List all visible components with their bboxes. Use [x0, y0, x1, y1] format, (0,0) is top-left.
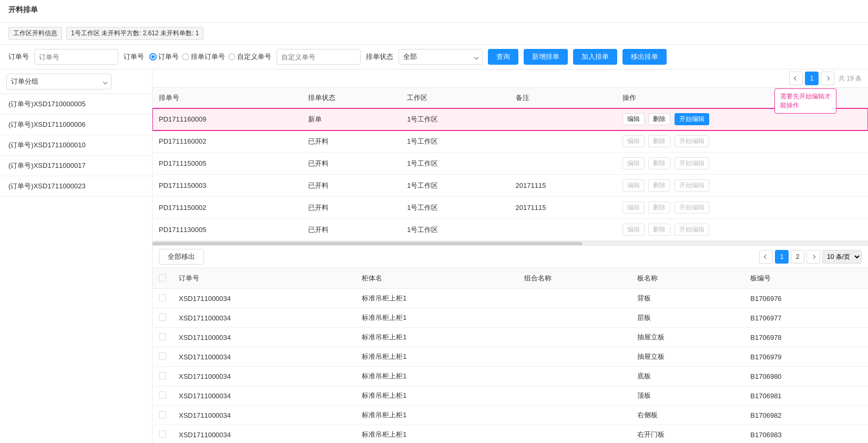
- start-edit-button-0[interactable]: 开始编辑: [675, 113, 709, 125]
- table-row: PD1711150005 已开料 1号工作区 编辑 删除 开始编辑: [152, 153, 868, 175]
- next-page-queue[interactable]: [806, 250, 820, 264]
- cell-order-no: PD1711150003: [152, 175, 302, 197]
- order-group-select[interactable]: 订单分组: [6, 74, 111, 89]
- cell-group: [518, 328, 631, 347]
- cell-group: [518, 308, 631, 328]
- scrollbar-hint[interactable]: [152, 241, 868, 245]
- edit-button-0[interactable]: 编辑: [622, 113, 645, 125]
- delete-button-0[interactable]: 删除: [648, 113, 670, 125]
- col-order-no: 排单号: [152, 88, 302, 108]
- col-group: 组合名称: [518, 268, 631, 289]
- remove-from-queue-button[interactable]: 移出排单: [622, 49, 667, 65]
- cell-group: [518, 289, 631, 308]
- col-board-no: 板编号: [744, 268, 868, 289]
- right-panel: 1 共 19 条 排单号 排单状态 工作区 备注 操作: [152, 69, 868, 443]
- cell-workspace: 1号工作区: [401, 130, 509, 153]
- next-page-btn-top[interactable]: [821, 72, 834, 85]
- order-group-label: 订单分组: [11, 77, 38, 86]
- row-checkbox[interactable]: [159, 314, 166, 321]
- page-size-select-queue[interactable]: 10 条/页 20 条/页 50 条/页: [822, 250, 862, 264]
- table-row: PD1711160002 已开料 1号工作区 编辑 删除 开始编辑: [152, 130, 868, 153]
- delete-button-4[interactable]: 删除: [648, 202, 670, 214]
- delete-button-5[interactable]: 删除: [648, 224, 670, 236]
- cell-group: [518, 425, 631, 444]
- delete-button-3[interactable]: 删除: [648, 179, 670, 192]
- custom-order-input[interactable]: [277, 49, 361, 65]
- cell-status: 已开料: [302, 197, 401, 219]
- row-checkbox[interactable]: [159, 353, 166, 360]
- page-wrapper: 开料排单 工作区开料信息 1号工作区 未开料平方数: 2.612 未开料单数: …: [0, 0, 868, 443]
- row-checkbox[interactable]: [159, 333, 166, 340]
- chevron-down-icon-group: [100, 78, 107, 86]
- table-row: PD1711130005 已开料 1号工作区 编辑 删除 开始编辑: [152, 219, 868, 241]
- board-table: 订单号 柜体名 组合名称 板名称 板编号 XSD1711000034 标准吊柜上…: [152, 268, 868, 443]
- row-checkbox[interactable]: [159, 372, 166, 379]
- radio-order-no[interactable]: 订单号: [149, 52, 179, 62]
- table-row: XSD1711000034 标准吊柜上柜1 抽屉立板 B1706978: [152, 328, 868, 347]
- cell-action: 编辑 删除 开始编辑: [616, 108, 868, 130]
- edit-button-2[interactable]: 编辑: [622, 157, 645, 169]
- cell-order-no: PD1711160009: [152, 108, 302, 130]
- cell-order: XSD1711000034: [172, 328, 355, 347]
- cell-order-no: PD1711130005: [152, 219, 302, 241]
- cell-order-no: PD1711150005: [152, 153, 302, 175]
- order-no-label: 订单号: [8, 52, 29, 62]
- prev-page-btn-top[interactable]: [789, 72, 803, 85]
- edit-button-3[interactable]: 编辑: [622, 179, 645, 192]
- left-panel-header: 订单分组: [0, 69, 152, 94]
- row-checkbox[interactable]: [159, 391, 166, 399]
- table-row: PD1711160009 新单 1号工作区 编辑 删除 开始编辑: [152, 108, 868, 130]
- order-no-input[interactable]: [34, 49, 118, 65]
- list-item[interactable]: (订单号)XSD1711000006: [0, 115, 152, 135]
- delete-button-1[interactable]: 删除: [648, 135, 670, 147]
- info-badge-workspace: 工作区开料信息: [8, 27, 62, 40]
- table-row: XSD1711000034 标准吊柜上柜1 底板 B1706980: [152, 367, 868, 386]
- all-remove-btn[interactable]: 全部移出: [159, 249, 204, 265]
- start-edit-button-4[interactable]: 开始编辑: [675, 202, 709, 214]
- radio-queue-order-no[interactable]: 排单订单号: [182, 52, 225, 62]
- radio-circle-queue: [182, 53, 189, 61]
- start-edit-button-2[interactable]: 开始编辑: [675, 157, 709, 169]
- status-select[interactable]: 全部: [399, 49, 483, 65]
- cell-remark: [509, 219, 616, 241]
- start-edit-button-5[interactable]: 开始编辑: [675, 224, 709, 236]
- total-info: 共 19 条: [839, 74, 862, 83]
- cell-cabinet: 标准吊柜上柜1: [355, 406, 518, 425]
- add-to-queue-button[interactable]: 加入排单: [573, 49, 617, 65]
- list-item[interactable]: (订单号)XSD1710000005: [0, 94, 152, 115]
- cell-cabinet: 标准吊柜上柜1: [355, 386, 518, 406]
- query-button[interactable]: 查询: [488, 49, 518, 65]
- list-item[interactable]: (订单号)XSD1711000010: [0, 135, 152, 156]
- edit-button-1[interactable]: 编辑: [622, 135, 645, 147]
- cell-cabinet: 标准吊柜上柜1: [355, 289, 518, 308]
- cell-order: XSD1711000034: [172, 386, 355, 406]
- delete-button-2[interactable]: 删除: [648, 157, 670, 169]
- page-1-queue[interactable]: 1: [775, 250, 789, 264]
- row-checkbox[interactable]: [159, 294, 166, 301]
- list-item[interactable]: (订单号)XSD1711000017: [0, 156, 152, 176]
- page-2-queue[interactable]: 2: [791, 250, 804, 264]
- radio-circle-order-no: [149, 53, 157, 61]
- cell-board-no: B1706976: [744, 289, 868, 308]
- row-checkbox[interactable]: [159, 430, 166, 438]
- cell-order-no: PD1711160002: [152, 130, 302, 153]
- select-all-checkbox[interactable]: [159, 274, 166, 281]
- cell-board-no: B1706983: [744, 425, 868, 444]
- cell-status: 已开料: [302, 219, 401, 241]
- cell-board-name: 顶板: [631, 386, 744, 406]
- start-edit-button-1[interactable]: 开始编辑: [675, 135, 709, 147]
- radio-custom-order-no[interactable]: 自定义单号: [228, 52, 271, 62]
- edit-button-4[interactable]: 编辑: [622, 202, 645, 214]
- cell-board-no: B1706980: [744, 367, 868, 386]
- cell-board-name: 底板: [631, 367, 744, 386]
- prev-page-queue[interactable]: [759, 250, 773, 264]
- page-1-btn-top[interactable]: 1: [805, 72, 819, 85]
- edit-button-5[interactable]: 编辑: [622, 224, 645, 236]
- start-edit-button-3[interactable]: 开始编辑: [675, 179, 709, 192]
- list-item[interactable]: (订单号)XSD1711000023: [0, 176, 152, 197]
- cell-action: 编辑 删除 开始编辑: [616, 153, 868, 175]
- radio-circle-custom: [228, 53, 236, 61]
- cell-status: 已开料: [302, 153, 401, 175]
- new-order-button[interactable]: 新增排单: [524, 49, 568, 65]
- row-checkbox[interactable]: [159, 411, 166, 418]
